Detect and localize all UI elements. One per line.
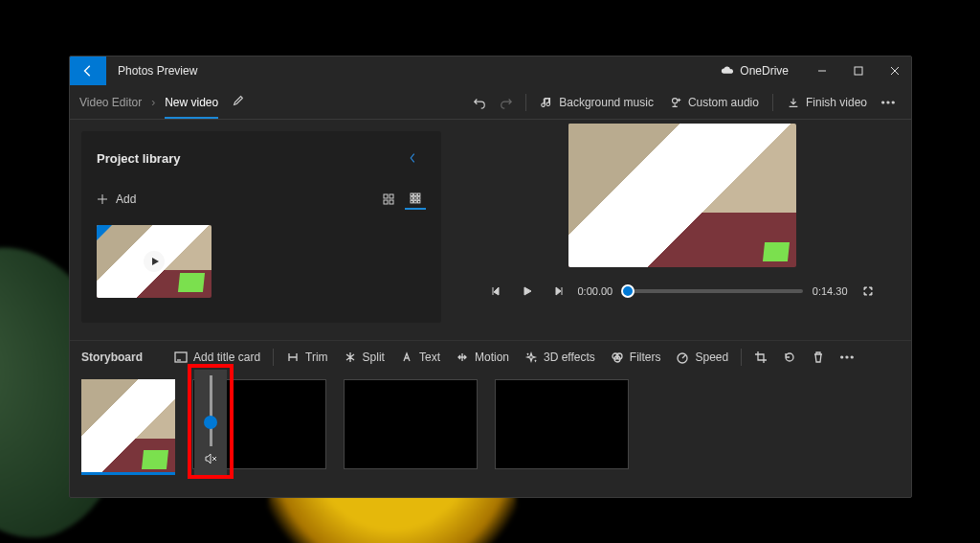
text-label: Text bbox=[419, 351, 440, 364]
clip-4[interactable] bbox=[495, 379, 629, 469]
delete-button[interactable] bbox=[805, 344, 832, 371]
svg-rect-19 bbox=[417, 197, 420, 200]
rename-button[interactable] bbox=[232, 94, 245, 110]
svg-point-31 bbox=[851, 356, 853, 358]
play-overlay-icon bbox=[144, 251, 165, 272]
preview-column: 0:00.00 0:14.30 bbox=[453, 120, 911, 340]
svg-rect-22 bbox=[417, 200, 420, 203]
mute-button[interactable] bbox=[204, 446, 217, 469]
seek-handle[interactable] bbox=[621, 284, 635, 298]
breadcrumb-current[interactable]: New video bbox=[165, 96, 218, 109]
svg-point-29 bbox=[841, 356, 843, 358]
clip-1[interactable]: 14.83 bbox=[81, 379, 175, 475]
svg-rect-15 bbox=[414, 193, 417, 196]
project-library-title: Project library bbox=[97, 151, 399, 166]
svg-point-5 bbox=[882, 101, 884, 102]
library-item-1[interactable] bbox=[97, 225, 212, 298]
trim-label: Trim bbox=[305, 351, 328, 364]
titlebar: Photos Preview OneDrive bbox=[70, 57, 911, 85]
window-minimize-button[interactable] bbox=[806, 57, 838, 85]
text-button[interactable]: Text bbox=[393, 341, 447, 373]
onedrive-status[interactable]: OneDrive bbox=[721, 64, 789, 78]
svg-point-30 bbox=[846, 356, 848, 358]
volume-popup bbox=[194, 370, 227, 475]
split-button[interactable]: Split bbox=[337, 341, 391, 373]
project-library-panel: Project library Add bbox=[81, 131, 441, 323]
speed-button[interactable]: Speed bbox=[669, 341, 735, 373]
finish-video-button[interactable]: Finish video bbox=[779, 85, 875, 119]
custom-audio-label: Custom audio bbox=[688, 96, 759, 109]
clip-duration: 14.83 bbox=[87, 449, 111, 460]
filters-label: Filters bbox=[630, 351, 661, 364]
breadcrumb-video-editor[interactable]: Video Editor bbox=[79, 96, 142, 109]
filters-icon bbox=[611, 351, 624, 364]
back-button[interactable] bbox=[70, 57, 106, 85]
app-window: Photos Preview OneDrive Video Editor › N… bbox=[69, 56, 912, 498]
crop-button[interactable] bbox=[747, 344, 774, 371]
svg-rect-10 bbox=[384, 194, 388, 198]
volume-slider[interactable] bbox=[210, 375, 212, 446]
player-current-time: 0:00.00 bbox=[578, 285, 613, 297]
used-flag-icon bbox=[97, 225, 112, 240]
view-small-button[interactable] bbox=[405, 189, 426, 210]
player-total-time: 0:14.30 bbox=[813, 285, 848, 297]
collapse-library-button[interactable] bbox=[399, 145, 426, 171]
app-title: Photos Preview bbox=[118, 64, 721, 78]
svg-point-6 bbox=[887, 101, 889, 102]
title-card-icon bbox=[174, 351, 188, 364]
project-library-column: Project library Add bbox=[70, 120, 453, 340]
svg-rect-11 bbox=[390, 194, 393, 198]
clip-track: 14.83 bbox=[70, 373, 911, 497]
player-seek-slider[interactable] bbox=[622, 289, 803, 293]
speed-label: Speed bbox=[695, 351, 728, 364]
view-large-button[interactable] bbox=[378, 189, 399, 210]
add-title-card-button[interactable]: Add title card bbox=[167, 341, 267, 373]
play-button[interactable] bbox=[517, 281, 538, 302]
separator bbox=[741, 349, 742, 366]
cloud-icon bbox=[721, 66, 734, 76]
export-icon bbox=[787, 96, 800, 109]
storyboard-panel: Storyboard Add title card Trim Split Tex… bbox=[70, 340, 911, 497]
trim-button[interactable]: Trim bbox=[279, 341, 335, 373]
chevron-right-icon: › bbox=[151, 96, 155, 109]
svg-rect-1 bbox=[855, 67, 862, 75]
add-title-card-label: Add title card bbox=[193, 351, 260, 364]
clip-3[interactable] bbox=[344, 379, 478, 469]
background-music-button[interactable]: Background music bbox=[532, 85, 661, 119]
filters-button[interactable]: Filters bbox=[604, 341, 668, 373]
svg-rect-18 bbox=[414, 197, 417, 200]
separator bbox=[525, 94, 526, 111]
undo-button[interactable] bbox=[466, 89, 493, 116]
redo-button[interactable] bbox=[493, 89, 520, 116]
split-icon bbox=[344, 351, 357, 364]
background-music-label: Background music bbox=[559, 96, 654, 109]
window-close-button[interactable] bbox=[879, 57, 911, 85]
motion-label: Motion bbox=[475, 351, 509, 364]
volume-handle[interactable] bbox=[204, 416, 217, 429]
3d-effects-button[interactable]: 3D effects bbox=[518, 341, 602, 373]
next-frame-button[interactable] bbox=[547, 281, 568, 302]
window-maximize-button[interactable] bbox=[842, 57, 875, 85]
rotate-button[interactable] bbox=[776, 344, 803, 371]
motion-icon bbox=[456, 351, 469, 364]
motion-button[interactable]: Motion bbox=[449, 341, 516, 373]
more-button[interactable] bbox=[875, 89, 902, 116]
storyboard-more-button[interactable] bbox=[834, 344, 860, 371]
trim-icon bbox=[286, 351, 300, 364]
storyboard-title: Storyboard bbox=[81, 351, 143, 364]
music-icon bbox=[540, 96, 553, 109]
add-media-label: Add bbox=[116, 192, 136, 206]
mic-plus-icon bbox=[669, 96, 682, 109]
separator bbox=[772, 94, 773, 111]
custom-audio-button[interactable]: Custom audio bbox=[661, 85, 767, 119]
storyboard-toolbar: Storyboard Add title card Trim Split Tex… bbox=[70, 341, 911, 373]
previous-frame-button[interactable] bbox=[486, 281, 507, 302]
svg-rect-12 bbox=[384, 200, 388, 204]
clip-progress-bar bbox=[81, 472, 175, 475]
fullscreen-button[interactable] bbox=[858, 281, 879, 302]
svg-point-4 bbox=[672, 98, 677, 102]
video-preview[interactable] bbox=[568, 124, 796, 267]
speed-icon bbox=[676, 351, 689, 364]
3d-effects-label: 3D effects bbox=[544, 351, 595, 364]
add-media-button[interactable]: Add bbox=[97, 192, 136, 206]
